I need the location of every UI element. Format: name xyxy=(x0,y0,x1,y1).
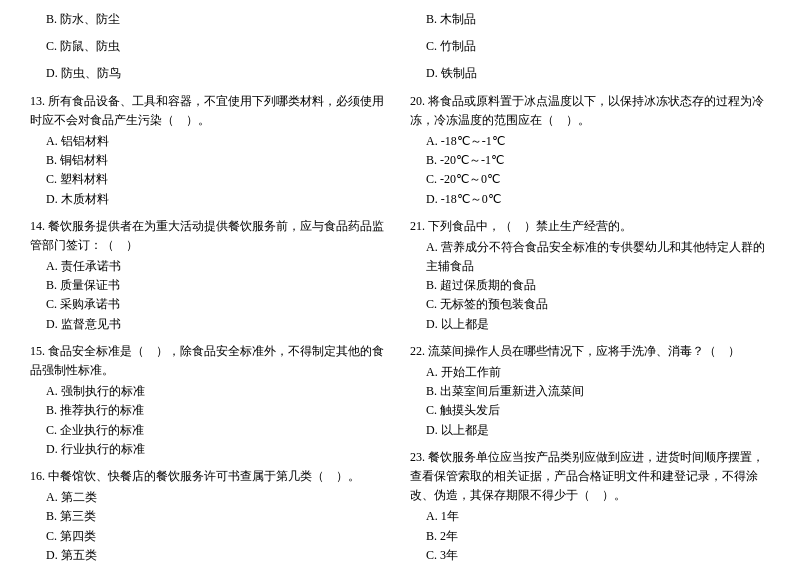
option-text: D. 防虫、防鸟 xyxy=(30,64,390,83)
option-a: A. 第二类 xyxy=(30,488,390,507)
question-text: 22. 流菜间操作人员在哪些情况下，应将手洗净、消毒？（ ） xyxy=(410,342,770,361)
question-text: 16. 中餐馆饮、快餐店的餐饮服务许可书查属于第几类（ ）。 xyxy=(30,467,390,486)
question-15: 15. 食品安全标准是（ ），除食品安全标准外，不得制定其他的食品强制性标准。 … xyxy=(30,342,390,459)
option-b: B. -20℃～-1℃ xyxy=(410,151,770,170)
option-d-tiezhipin: D. 铁制品 xyxy=(410,64,770,83)
page: B. 防水、防尘 C. 防鼠、防虫 D. 防虫、防鸟 13. 所有食品设备、工具… xyxy=(30,10,770,565)
question-23: 23. 餐饮服务单位应当按产品类别应做到应进，进货时间顺序摆置，查看保管索取的相… xyxy=(410,448,770,565)
option-c: C. 3年 xyxy=(410,546,770,565)
option-c-zhuzhipin: C. 竹制品 xyxy=(410,37,770,56)
option-c: C. 触摸头发后 xyxy=(410,401,770,420)
option-d: D. 以上都是 xyxy=(410,421,770,440)
option-text: C. 竹制品 xyxy=(410,37,770,56)
option-a: A. 责任承诺书 xyxy=(30,257,390,276)
question-20: 20. 将食品或原料置于冰点温度以下，以保持冰冻状态存的过程为冷冻，冷冻温度的范… xyxy=(410,92,770,209)
option-text: B. 木制品 xyxy=(410,10,770,29)
question-16: 16. 中餐馆饮、快餐店的餐饮服务许可书查属于第几类（ ）。 A. 第二类 B.… xyxy=(30,467,390,565)
option-c-fangshu: C. 防鼠、防虫 xyxy=(30,37,390,56)
option-c: C. 第四类 xyxy=(30,527,390,546)
option-b: B. 铜铝材料 xyxy=(30,151,390,170)
question-text: 20. 将食品或原料置于冰点温度以下，以保持冰冻状态存的过程为冷冻，冷冻温度的范… xyxy=(410,92,770,130)
option-d-fangchong: D. 防虫、防鸟 xyxy=(30,64,390,83)
option-d: D. 以上都是 xyxy=(410,315,770,334)
option-a: A. 营养成分不符合食品安全标准的专供婴幼儿和其他特定人群的主辅食品 xyxy=(410,238,770,276)
question-text: 21. 下列食品中，（ ）禁止生产经营的。 xyxy=(410,217,770,236)
question-text: 14. 餐饮服务提供者在为重大活动提供餐饮服务前，应与食品药品监管部门签订：（ … xyxy=(30,217,390,255)
option-d: D. 行业执行的标准 xyxy=(30,440,390,459)
option-b: B. 质量保证书 xyxy=(30,276,390,295)
option-text: C. 防鼠、防虫 xyxy=(30,37,390,56)
question-text: 13. 所有食品设备、工具和容器，不宜使用下列哪类材料，必须使用时应不会对食品产… xyxy=(30,92,390,130)
question-text: 23. 餐饮服务单位应当按产品类别应做到应进，进货时间顺序摆置，查看保管索取的相… xyxy=(410,448,770,506)
option-d: D. 木质材料 xyxy=(30,190,390,209)
option-b: B. 2年 xyxy=(410,527,770,546)
option-b: B. 第三类 xyxy=(30,507,390,526)
option-c: C. 采购承诺书 xyxy=(30,295,390,314)
question-22: 22. 流菜间操作人员在哪些情况下，应将手洗净、消毒？（ ） A. 开始工作前 … xyxy=(410,342,770,440)
option-c: C. 无标签的预包装食品 xyxy=(410,295,770,314)
question-13: 13. 所有食品设备、工具和容器，不宜使用下列哪类材料，必须使用时应不会对食品产… xyxy=(30,92,390,209)
option-c: C. 企业执行的标准 xyxy=(30,421,390,440)
option-c: C. 塑料材料 xyxy=(30,170,390,189)
option-c: C. -20℃～0℃ xyxy=(410,170,770,189)
question-text: 15. 食品安全标准是（ ），除食品安全标准外，不得制定其他的食品强制性标准。 xyxy=(30,342,390,380)
content-columns: B. 防水、防尘 C. 防鼠、防虫 D. 防虫、防鸟 13. 所有食品设备、工具… xyxy=(30,10,770,565)
option-a: A. -18℃～-1℃ xyxy=(410,132,770,151)
option-text: B. 防水、防尘 xyxy=(30,10,390,29)
option-a: A. 1年 xyxy=(410,507,770,526)
question-14: 14. 餐饮服务提供者在为重大活动提供餐饮服务前，应与食品药品监管部门签订：（ … xyxy=(30,217,390,334)
option-b: B. 超过保质期的食品 xyxy=(410,276,770,295)
option-b-fangshui: B. 防水、防尘 xyxy=(30,10,390,29)
option-a: A. 强制执行的标准 xyxy=(30,382,390,401)
option-d: D. 监督意见书 xyxy=(30,315,390,334)
option-b: B. 推荐执行的标准 xyxy=(30,401,390,420)
option-a: A. 开始工作前 xyxy=(410,363,770,382)
question-21: 21. 下列食品中，（ ）禁止生产经营的。 A. 营养成分不符合食品安全标准的专… xyxy=(410,217,770,334)
right-column: B. 木制品 C. 竹制品 D. 铁制品 20. 将食品或原料置于冰点温度以下，… xyxy=(410,10,770,565)
option-b: B. 出菜室间后重新进入流菜间 xyxy=(410,382,770,401)
option-a: A. 铝铝材料 xyxy=(30,132,390,151)
option-d: D. 第五类 xyxy=(30,546,390,565)
option-b-muzhipin: B. 木制品 xyxy=(410,10,770,29)
left-column: B. 防水、防尘 C. 防鼠、防虫 D. 防虫、防鸟 13. 所有食品设备、工具… xyxy=(30,10,390,565)
option-text: D. 铁制品 xyxy=(410,64,770,83)
option-d: D. -18℃～0℃ xyxy=(410,190,770,209)
